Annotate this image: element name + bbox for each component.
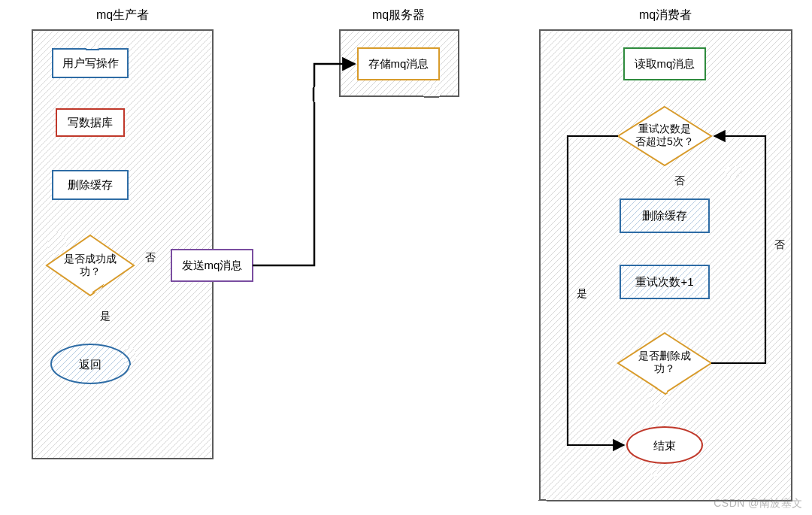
svg-rect-2: [32, 30, 213, 459]
node-store-mq: 存储mq消息: [358, 48, 439, 80]
node-read-mq: 读取mq消息: [624, 48, 705, 80]
producer-title: mq生产者: [96, 8, 149, 21]
svg-text:用户写操作: 用户写操作: [62, 56, 119, 69]
node-delete-cache-producer: 删除缓存: [53, 171, 128, 199]
label-yes-c: 是: [577, 287, 587, 299]
server-title: mq服务器: [372, 8, 425, 21]
node-retry-inc: 重试次数+1: [620, 265, 709, 298]
node-delete-cache-consumer: 删除缓存: [620, 199, 709, 232]
node-write-db: 写数据库: [56, 109, 124, 136]
node-end: 结束: [627, 427, 702, 463]
label-no-c2: 否: [774, 238, 785, 250]
svg-text:写数据库: 写数据库: [68, 116, 113, 129]
svg-text:发送mq消息: 发送mq消息: [182, 259, 243, 271]
label-no: 否: [145, 251, 156, 263]
svg-text:删除缓存: 删除缓存: [68, 178, 113, 191]
svg-text:返回: 返回: [79, 358, 102, 371]
label-yes: 是: [100, 310, 111, 322]
svg-text:重试次数+1: 重试次数+1: [635, 275, 693, 288]
watermark: CSDN @南波塞文: [714, 497, 803, 510]
svg-text:重试次数是否超过5次？: 重试次数是否超过5次？: [635, 123, 694, 147]
svg-text:存储mq消息: 存储mq消息: [368, 57, 429, 70]
node-return: 返回: [51, 344, 129, 383]
node-send-mq: 发送mq消息: [171, 250, 253, 281]
svg-text:结束: 结束: [653, 439, 676, 452]
svg-text:删除缓存: 删除缓存: [642, 209, 687, 222]
svg-text:读取mq消息: 读取mq消息: [635, 57, 695, 70]
label-no-c1: 否: [674, 174, 685, 186]
consumer-title: mq消费者: [639, 8, 692, 21]
node-user-write: 用户写操作: [53, 49, 128, 77]
